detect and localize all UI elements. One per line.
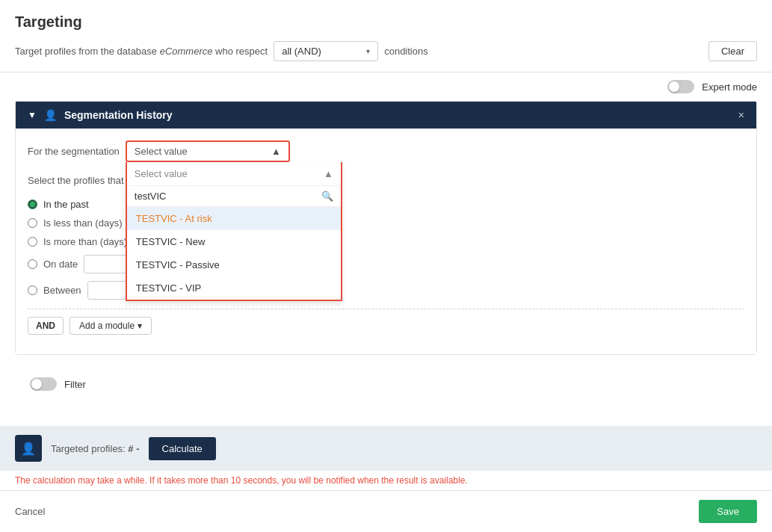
radio-in-past-label: In the past <box>43 199 89 210</box>
and-button[interactable]: AND <box>28 317 64 335</box>
list-item[interactable]: TESTVIC - New <box>127 230 341 253</box>
add-module-button[interactable]: Add a module ▾ <box>70 317 152 335</box>
calc-notice: The calculation may take a while. If it … <box>0 471 772 490</box>
module-row: AND Add a module ▾ <box>28 309 744 342</box>
close-icon[interactable]: × <box>738 109 744 121</box>
for-segmentation-row: For the segmentation Select value ▲ Sele… <box>28 140 744 162</box>
radio-in-past-input[interactable] <box>28 200 37 209</box>
select-value-label: Select value <box>135 168 188 179</box>
value-placeholder: Select value <box>135 146 188 157</box>
radio-more-than-label: Is more than (days) <box>43 236 127 247</box>
targeted-count: # - <box>128 443 139 454</box>
item-label: TESTVIC - New <box>136 236 205 247</box>
chevron-up-icon-menu: ▲ <box>324 168 333 179</box>
search-input[interactable] <box>135 191 317 202</box>
clear-button[interactable]: Clear <box>708 41 757 61</box>
radio-between-input[interactable] <box>28 285 37 295</box>
search-icon: 🔍 <box>321 191 333 202</box>
radio-more-than-input[interactable] <box>28 237 37 247</box>
filter-toggle-knob <box>31 379 42 389</box>
chevron-down-icon: ▾ <box>366 47 370 55</box>
filter-row: Filter <box>15 367 757 401</box>
dropdown-header: Select value ▲ <box>127 162 341 186</box>
toggle-knob <box>669 81 679 92</box>
list-item[interactable]: TESTVIC - Passive <box>127 253 341 276</box>
add-module-label: Add a module <box>79 321 135 331</box>
bottom-bar: 👤 Targeted profiles: # - Calculate <box>0 426 772 471</box>
item-label: TESTVIC - At risk <box>136 213 212 224</box>
value-dropdown-trigger[interactable]: Select value ▲ <box>126 140 290 162</box>
list-item[interactable]: TESTVIC - VIP <box>127 276 341 300</box>
targeted-label: Targeted profiles: <box>51 443 126 454</box>
save-button[interactable]: Save <box>699 500 757 523</box>
chevron-down-icon-module: ▾ <box>138 321 142 331</box>
profile-icon: 👤 <box>44 109 57 121</box>
profiles-label: Select the profiles that <box>28 175 124 186</box>
radio-less-than-label: Is less than (days) <box>43 217 123 229</box>
filter-label: Filter <box>64 379 86 390</box>
targeted-profiles-label: Targeted profiles: # - <box>51 443 140 454</box>
radio-less-than-input[interactable] <box>28 218 37 228</box>
cancel-button[interactable]: Cancel <box>15 506 45 517</box>
seg-card-header: ▼ 👤 Segmentation History × <box>16 102 756 129</box>
main-content: ▼ 👤 Segmentation History × For the segme… <box>0 101 772 426</box>
seg-card-title: Segmentation History <box>64 109 731 121</box>
expert-mode-row: Expert mode <box>0 72 772 101</box>
radio-between-label: Between <box>43 285 81 296</box>
radio-on-date-label: On date <box>43 259 78 270</box>
value-dropdown-menu: Select value ▲ 🔍 TESTVIC - At risk <box>126 162 342 301</box>
expert-mode-label: Expert mode <box>702 81 757 93</box>
item-label: TESTVIC - Passive <box>136 259 220 270</box>
filter-toggle[interactable] <box>30 377 57 391</box>
conditions-text: conditions <box>384 46 428 57</box>
list-item[interactable]: TESTVIC - At risk <box>127 207 341 230</box>
for-segmentation-label: For the segmentation <box>28 146 120 157</box>
item-label: TESTVIC - VIP <box>136 282 201 294</box>
condition-dropdown[interactable]: all (AND) ▾ <box>274 41 378 61</box>
footer-bar: Cancel Save <box>0 490 772 532</box>
segmentation-card: ▼ 👤 Segmentation History × For the segme… <box>15 101 757 355</box>
condition-value: all (AND) <box>282 46 321 57</box>
search-wrapper: 🔍 <box>127 186 341 207</box>
profile-avatar: 👤 <box>15 435 42 462</box>
calculate-button[interactable]: Calculate <box>149 437 216 460</box>
seg-card-body: For the segmentation Select value ▲ Sele… <box>16 129 756 354</box>
page-title: Targeting <box>15 13 757 31</box>
value-dropdown[interactable]: Select value ▲ Select value ▲ 🔍 <box>126 140 290 162</box>
expert-mode-toggle[interactable] <box>667 80 694 93</box>
database-name: eCommerce <box>160 46 213 57</box>
collapse-icon[interactable]: ▼ <box>28 110 37 120</box>
targeting-row: Target profiles from the database eComme… <box>15 41 757 72</box>
chevron-up-icon: ▲ <box>271 146 281 157</box>
radio-on-date-input[interactable] <box>28 259 37 269</box>
targeting-prefix: Target profiles from the database eComme… <box>15 46 268 57</box>
